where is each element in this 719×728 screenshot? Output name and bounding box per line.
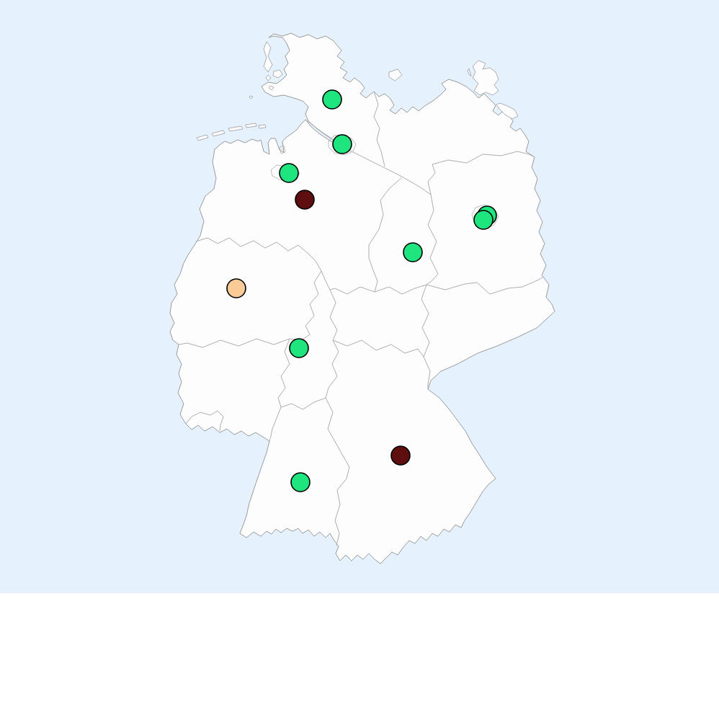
germany-map: [0, 0, 719, 593]
island-foehr: [273, 70, 282, 78]
island-east-frisian-2: [212, 130, 225, 136]
island-east-frisian-1: [197, 135, 208, 141]
map-marker[interactable]: [333, 135, 352, 154]
island-hiddensee: [468, 68, 471, 76]
map-marker[interactable]: [295, 190, 314, 209]
island-east-frisian-4: [246, 123, 256, 128]
map-marker[interactable]: [227, 279, 246, 298]
island-east-frisian-3: [228, 126, 243, 131]
map-marker[interactable]: [474, 210, 493, 229]
island-ruegen: [473, 61, 499, 95]
map-marker[interactable]: [391, 446, 410, 465]
island-helgoland: [249, 96, 253, 99]
map-marker[interactable]: [290, 339, 308, 358]
island-east-frisian-5: [259, 125, 266, 128]
map-marker[interactable]: [403, 243, 422, 262]
legend: ≤ 1 2 - 5 6 - 10 11 - 20 21 - 40 > 40: [0, 593, 719, 728]
map-marker[interactable]: [323, 90, 341, 109]
map-marker[interactable]: [280, 164, 298, 182]
map-marker[interactable]: [291, 473, 310, 492]
island-sylt: [264, 42, 272, 72]
page: ≤ 1 2 - 5 6 - 10 11 - 20 21 - 40 > 40: [0, 0, 719, 728]
island-fehmarn: [389, 69, 402, 81]
island-amrum: [266, 75, 271, 81]
germany-outline: [170, 33, 555, 564]
